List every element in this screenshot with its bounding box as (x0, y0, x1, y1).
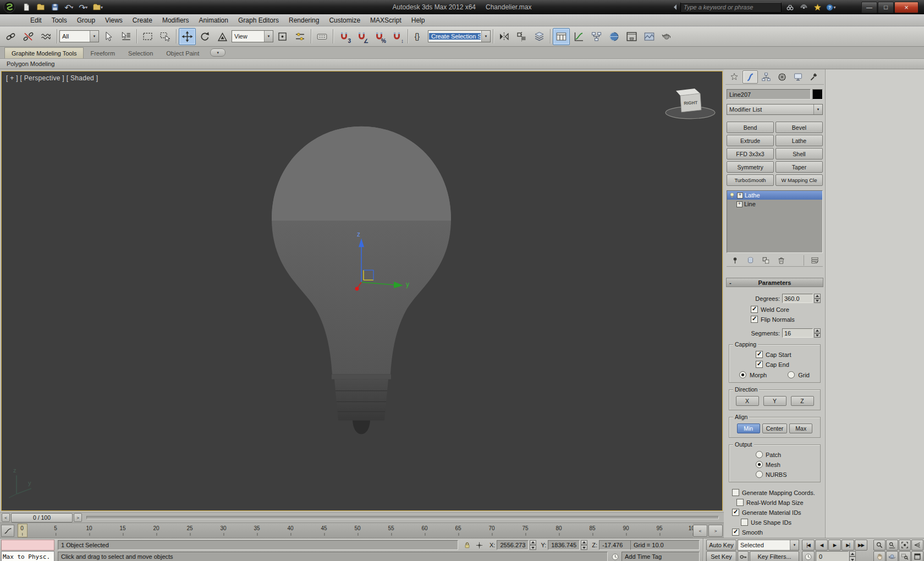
menu-graph-editors[interactable]: Graph Editors (233, 14, 284, 26)
modifier-button-ffd[interactable]: FFD 3x3x3 (727, 148, 774, 160)
tab-hierarchy[interactable] (758, 70, 774, 84)
percent-snap-toggle[interactable]: % (371, 28, 388, 45)
modifier-button-uvw-mapping-clear[interactable]: W Mapping Cle (776, 174, 823, 186)
time-configuration-button[interactable] (802, 551, 815, 561)
generate-material-ids-checkbox[interactable] (732, 509, 739, 516)
application-menu-button[interactable] (1, 1, 18, 14)
menu-views[interactable]: Views (100, 14, 128, 26)
orbit-button[interactable] (886, 551, 898, 561)
angle-snap-toggle[interactable]: ∠ (353, 28, 370, 45)
cap-end-checkbox[interactable] (756, 361, 763, 368)
menu-create[interactable]: Create (128, 14, 157, 26)
viewport[interactable]: z y RIGHT (1, 71, 723, 511)
next-frame-slider-button[interactable]: > (74, 513, 82, 522)
rendered-frame-window-button[interactable] (641, 28, 658, 45)
menu-modifiers[interactable]: Modifiers (157, 14, 194, 26)
keyboard-shortcut-override-toggle[interactable] (314, 28, 331, 45)
weld-core-checkbox[interactable] (751, 306, 758, 313)
track-bar[interactable]: 0510152025303540455055606570758085909510… (0, 522, 724, 538)
cap-start-checkbox[interactable] (756, 351, 763, 358)
smooth-checkbox[interactable] (732, 529, 739, 536)
unlink-selection-button[interactable] (20, 28, 37, 45)
bulb-model[interactable] (266, 124, 458, 435)
go-to-end-button[interactable]: ▶▶ (855, 540, 867, 551)
bind-to-space-warp-button[interactable] (37, 28, 54, 45)
output-mesh-radio[interactable] (756, 461, 763, 468)
dropdown-arrow-icon[interactable] (481, 31, 490, 42)
mirror-button[interactable] (496, 28, 513, 45)
previous-frame-button[interactable]: ◀ (815, 540, 828, 551)
select-and-link-button[interactable] (2, 28, 19, 45)
output-patch-radio[interactable] (756, 451, 763, 458)
trackbar-scroll-right-button[interactable]: > (708, 525, 723, 537)
tab-motion[interactable] (774, 70, 790, 84)
generate-mapping-coords-checkbox[interactable] (732, 489, 739, 496)
tab-modify[interactable] (743, 70, 758, 84)
set-key-filters-icon-button[interactable] (738, 551, 749, 561)
flip-normals-checkbox[interactable] (751, 316, 758, 323)
trackbar-ruler[interactable]: 0510152025303540455055606570758085909510… (22, 523, 693, 538)
modifier-enabled-bulb-icon[interactable] (729, 192, 735, 199)
object-name-field[interactable] (727, 89, 811, 100)
modifier-stack[interactable]: Lathe Line (727, 190, 823, 253)
absolute-offset-toggle[interactable] (474, 540, 485, 550)
set-key-button[interactable]: Set Key (706, 551, 736, 561)
save-file-button[interactable] (48, 1, 62, 13)
open-file-button[interactable] (34, 1, 47, 13)
communication-center-icon[interactable] (798, 2, 809, 12)
stack-item-lathe[interactable]: Lathe (727, 191, 822, 200)
degrees-spinner[interactable] (814, 294, 821, 303)
current-frame-field[interactable]: 0 (816, 551, 849, 561)
search-input[interactable] (680, 2, 782, 13)
tab-object-paint[interactable]: Object Paint (160, 48, 206, 58)
menu-rendering[interactable]: Rendering (284, 14, 324, 26)
modifier-button-extrude[interactable]: Extrude (727, 135, 774, 146)
morph-radio[interactable] (739, 371, 746, 378)
render-setup-button[interactable] (623, 28, 640, 45)
maximize-viewport-toggle[interactable] (911, 551, 923, 561)
grid-radio[interactable] (788, 371, 795, 378)
stack-item-line[interactable]: Line (727, 200, 822, 208)
key-filters-button[interactable]: Key Filters... (750, 551, 799, 561)
align-button[interactable] (513, 28, 530, 45)
add-time-tag-icon[interactable] (609, 552, 620, 561)
make-unique-button[interactable] (760, 255, 772, 266)
favorites-star-icon[interactable] (812, 2, 823, 12)
rectangular-selection-region-button[interactable] (139, 28, 156, 45)
go-to-start-button[interactable]: |◀ (802, 540, 815, 551)
modifier-button-bevel[interactable]: Bevel (776, 122, 823, 133)
tab-selection[interactable]: Selection (122, 48, 160, 58)
y-coordinate-field[interactable]: 1836.745 (548, 540, 580, 550)
infocenter-collapse-icon[interactable] (671, 4, 676, 10)
zoom-all-button[interactable] (886, 540, 898, 551)
segments-field[interactable]: 16 (782, 328, 813, 338)
set-project-folder-button[interactable]: ▼ (91, 1, 105, 13)
zoom-extents-button[interactable] (899, 540, 911, 551)
select-and-manipulate-button[interactable] (292, 28, 309, 45)
object-color-swatch[interactable] (812, 89, 823, 100)
dropdown-arrow-icon[interactable] (264, 31, 273, 42)
new-scene-button[interactable] (20, 1, 33, 13)
time-slider-track[interactable] (86, 516, 719, 519)
select-and-move-button[interactable] (179, 28, 196, 45)
show-end-result-button[interactable] (744, 255, 756, 266)
close-button[interactable]: × (894, 2, 919, 13)
search-icon[interactable] (784, 2, 795, 12)
undo-button[interactable]: ↶▼ (63, 1, 76, 13)
time-tag-field[interactable]: Add Time Tag (622, 552, 700, 561)
field-of-view-button[interactable] (911, 540, 923, 551)
real-world-map-size-checkbox[interactable] (736, 499, 744, 506)
modifier-button-turbosmooth[interactable]: TurboSmooth (727, 174, 774, 186)
use-pivot-point-center-button[interactable] (274, 28, 291, 45)
dropdown-arrow-icon[interactable] (90, 31, 98, 42)
remove-modifier-button[interactable] (775, 255, 787, 266)
modifier-button-symmetry[interactable]: Symmetry (727, 161, 774, 173)
menu-tools[interactable]: Tools (47, 14, 72, 26)
spinner-snap-toggle[interactable]: ↕ (388, 28, 405, 45)
menu-maxscript[interactable]: MAXScript (365, 14, 406, 26)
material-editor-button[interactable] (606, 28, 623, 45)
play-button[interactable]: ▶ (828, 540, 841, 551)
tab-utilities[interactable] (806, 70, 822, 84)
output-nurbs-radio[interactable] (756, 471, 763, 478)
modifier-button-taper[interactable]: Taper (776, 161, 823, 173)
